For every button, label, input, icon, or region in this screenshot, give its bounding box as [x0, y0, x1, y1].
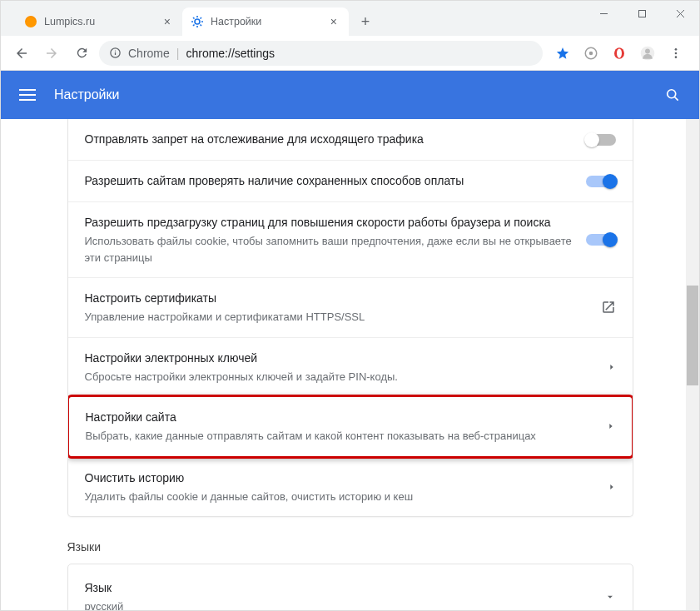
chevron-right-icon: [607, 422, 615, 430]
setting-subtitle: Сбросьте настройки электронных ключей и …: [85, 369, 594, 385]
svg-point-23: [675, 48, 678, 51]
back-button[interactable]: [9, 41, 34, 66]
tab-label: Настройки: [211, 16, 261, 27]
settings-scroll[interactable]: Отправлять запрет на отслеживание для ис…: [1, 119, 699, 611]
svg-point-0: [25, 16, 37, 27]
close-icon[interactable]: ×: [330, 15, 337, 28]
toolbar: Chrome | chrome://settings: [1, 36, 699, 71]
profile-icon[interactable]: [638, 43, 658, 63]
setting-certificates[interactable]: Настроить сертификаты Управление настрой…: [68, 277, 633, 337]
setting-subtitle: Управление настройками и сертификатами H…: [85, 309, 588, 325]
toggle-payment-check[interactable]: [586, 176, 616, 187]
omnibox-origin: Chrome: [128, 47, 170, 60]
forward-button[interactable]: [39, 41, 64, 66]
svg-point-16: [115, 50, 116, 51]
scrollbar[interactable]: [686, 119, 699, 611]
favicon-orange-icon: [24, 15, 37, 28]
svg-line-8: [193, 25, 195, 27]
chevron-right-icon: [608, 483, 616, 491]
yandex-icon[interactable]: [581, 43, 601, 63]
setting-clear-history[interactable]: Очистить историю Удалить файлы cookie и …: [68, 457, 633, 517]
setting-title: Очистить историю: [85, 469, 594, 487]
languages-card: Язык русский: [67, 564, 633, 611]
omnibox-url: chrome://settings: [186, 47, 275, 60]
svg-point-24: [675, 52, 678, 54]
new-tab-button[interactable]: +: [354, 10, 377, 33]
setting-title: Разрешить предзагрузку страниц для повыш…: [85, 214, 573, 231]
hamburger-icon[interactable]: [19, 89, 36, 101]
gear-icon: [191, 15, 204, 28]
close-icon[interactable]: ×: [164, 15, 171, 28]
setting-title: Настроить сертификаты: [85, 290, 588, 307]
reload-button[interactable]: [69, 41, 94, 66]
launch-icon: [601, 300, 616, 315]
setting-payment-check: Разрешить сайтам проверять наличие сохра…: [68, 160, 633, 201]
toggle-do-not-track[interactable]: [586, 134, 616, 146]
privacy-card: Отправлять запрет на отслеживание для ис…: [67, 119, 633, 517]
settings-header: Настройки: [1, 71, 699, 119]
chevron-down-icon: [604, 591, 616, 603]
setting-title: Настройки сайта: [86, 409, 593, 426]
address-bar[interactable]: Chrome | chrome://settings: [99, 41, 543, 66]
svg-point-18: [589, 51, 593, 55]
scrollbar-thumb[interactable]: [687, 286, 698, 385]
tab-label: Lumpics.ru: [44, 16, 95, 27]
svg-point-25: [675, 56, 678, 58]
svg-line-6: [193, 17, 195, 19]
svg-point-20: [617, 48, 622, 57]
svg-point-1: [195, 19, 200, 24]
setting-subtitle: Использовать файлы cookie, чтобы запомни…: [85, 233, 573, 266]
search-icon[interactable]: [664, 87, 681, 103]
tabs-strip: Lumpics.ru × Настройки × +: [1, 1, 377, 36]
svg-line-27: [675, 97, 678, 101]
tab-lumpics[interactable]: Lumpics.ru ×: [16, 7, 182, 36]
maximize-button[interactable]: [623, 1, 661, 26]
star-icon[interactable]: [553, 43, 573, 63]
svg-point-26: [668, 90, 676, 98]
setting-do-not-track: Отправлять запрет на отслеживание для ис…: [68, 119, 633, 160]
menu-dots-icon[interactable]: [666, 43, 686, 63]
setting-subtitle: Удалить файлы cookie и данные сайтов, оч…: [85, 489, 594, 505]
language-row[interactable]: Язык русский: [68, 564, 633, 611]
setting-subtitle: Выбрать, какие данные отправлять сайтам …: [86, 428, 593, 445]
toggle-preload[interactable]: [586, 234, 616, 246]
info-icon: [109, 47, 122, 59]
tab-settings[interactable]: Настройки ×: [182, 7, 349, 36]
setting-title: Язык: [85, 579, 591, 597]
toolbar-right: [548, 43, 691, 63]
setting-title: Отправлять запрет на отслеживание для ис…: [85, 131, 573, 148]
setting-subtitle: русский: [85, 599, 591, 611]
minimize-button[interactable]: [584, 1, 623, 26]
svg-line-9: [201, 17, 202, 19]
setting-security-keys[interactable]: Настройки электронных ключей Сбросьте на…: [68, 337, 633, 397]
window-controls: [584, 1, 699, 26]
window-titlebar: Lumpics.ru × Настройки × +: [1, 1, 699, 36]
svg-point-22: [645, 48, 650, 53]
page-title: Настройки: [54, 87, 119, 102]
opera-icon[interactable]: [609, 43, 629, 63]
setting-site-settings[interactable]: Настройки сайта Выбрать, какие данные от…: [67, 395, 633, 459]
setting-preload: Разрешить предзагрузку страниц для повыш…: [68, 201, 633, 277]
close-window-button[interactable]: [661, 1, 699, 26]
setting-title: Разрешить сайтам проверять наличие сохра…: [85, 172, 573, 190]
chevron-right-icon: [608, 363, 616, 371]
setting-title: Настройки электронных ключей: [85, 350, 594, 367]
svg-line-7: [201, 25, 202, 27]
svg-rect-11: [638, 10, 645, 17]
content-area: Отправлять запрет на отслеживание для ис…: [1, 119, 699, 611]
section-heading-languages: Языки: [67, 540, 633, 554]
